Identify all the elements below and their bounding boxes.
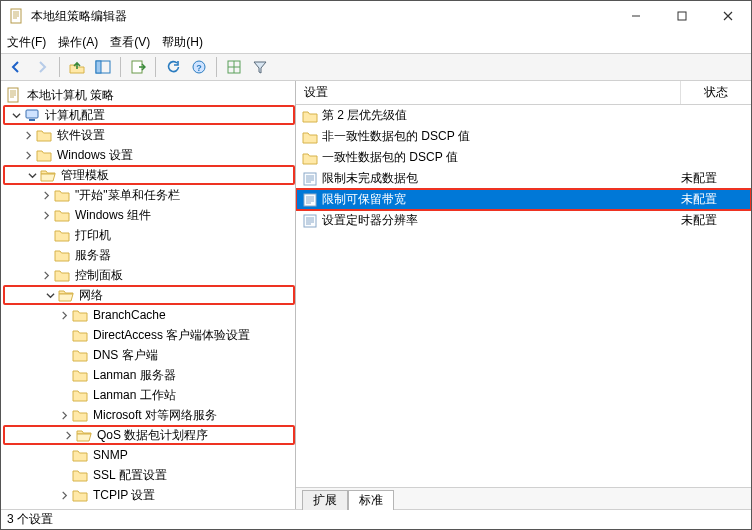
- app-icon: [9, 8, 25, 24]
- maximize-button[interactable]: [659, 1, 705, 31]
- tree-label: 计算机配置: [44, 107, 106, 124]
- tree-ms-p2p[interactable]: Microsoft 对等网络服务: [1, 405, 295, 425]
- doc-icon: [6, 87, 22, 103]
- maximize-icon: [677, 11, 687, 21]
- tree-label: BranchCache: [92, 308, 167, 322]
- menu-bar: 文件(F) 操作(A) 查看(V) 帮助(H): [1, 31, 751, 53]
- tree-qos[interactable]: QoS 数据包计划程序: [3, 425, 295, 445]
- folder-open-icon: [40, 167, 56, 183]
- chevron-right-icon: [60, 411, 69, 420]
- folder-icon: [302, 150, 318, 166]
- list-pane: 设置 状态 第 2 层优先级值非一致性数据包的 DSCP 值一致性数据包的 DS…: [296, 81, 751, 509]
- chevron-right-icon: [60, 491, 69, 500]
- menu-file[interactable]: 文件(F): [7, 34, 46, 51]
- expand-toggle[interactable]: [39, 188, 53, 202]
- list-item-state: 未配置: [681, 170, 751, 187]
- folder-icon: [302, 108, 318, 124]
- tree-lanman-server[interactable]: Lanman 服务器: [1, 365, 295, 385]
- settings-list[interactable]: 第 2 层优先级值非一致性数据包的 DSCP 值一致性数据包的 DSCP 值限制…: [296, 105, 751, 487]
- help-button[interactable]: [188, 56, 210, 78]
- tree-dns-client[interactable]: DNS 客户端: [1, 345, 295, 365]
- tree-control-panel[interactable]: 控制面板: [1, 265, 295, 285]
- tree-label: 打印机: [74, 227, 112, 244]
- back-button[interactable]: [5, 56, 27, 78]
- tree-label: SSL 配置设置: [92, 467, 168, 484]
- up-button[interactable]: [66, 56, 88, 78]
- folder-icon: [54, 227, 70, 243]
- list-item-state: 未配置: [681, 212, 751, 229]
- expand-toggle[interactable]: [39, 208, 53, 222]
- expand-toggle[interactable]: [39, 268, 53, 282]
- chevron-right-icon: [42, 191, 51, 200]
- folder-icon: [54, 187, 70, 203]
- tab-extended[interactable]: 扩展: [302, 490, 348, 510]
- status-bar: 3 个设置: [1, 509, 751, 529]
- forward-button[interactable]: [31, 56, 53, 78]
- list-row[interactable]: 第 2 层优先级值: [296, 105, 751, 126]
- tree-network[interactable]: 网络: [3, 285, 295, 305]
- tree-snmp[interactable]: SNMP: [1, 445, 295, 465]
- menu-action[interactable]: 操作(A): [58, 34, 98, 51]
- chevron-down-icon: [12, 111, 21, 120]
- arrow-right-icon: [34, 59, 50, 75]
- tree-printers[interactable]: 打印机: [1, 225, 295, 245]
- expand-toggle[interactable]: [21, 128, 35, 142]
- menu-view[interactable]: 查看(V): [110, 34, 150, 51]
- tree-branchcache[interactable]: BranchCache: [1, 305, 295, 325]
- title-bar[interactable]: 本地组策略编辑器: [1, 1, 751, 31]
- list-item-name: 一致性数据包的 DSCP 值: [322, 149, 681, 166]
- tree-software-settings[interactable]: 软件设置: [1, 125, 295, 145]
- minimize-button[interactable]: [613, 1, 659, 31]
- refresh-button[interactable]: [162, 56, 184, 78]
- list-row[interactable]: 非一致性数据包的 DSCP 值: [296, 126, 751, 147]
- close-button[interactable]: [705, 1, 751, 31]
- expand-toggle[interactable]: [57, 408, 71, 422]
- tree-computer-config[interactable]: 计算机配置: [3, 105, 295, 125]
- tree-label: TCPIP 设置: [92, 487, 156, 504]
- tree-windows-settings[interactable]: Windows 设置: [1, 145, 295, 165]
- tree-pane[interactable]: 本地计算机 策略 计算机配置: [1, 81, 296, 509]
- list-row[interactable]: 限制未完成数据包未配置: [296, 168, 751, 189]
- list-row[interactable]: 限制可保留带宽未配置: [296, 189, 751, 210]
- tree-start-taskbar[interactable]: "开始"菜单和任务栏: [1, 185, 295, 205]
- list-item-state: 未配置: [681, 191, 751, 208]
- show-pane-button[interactable]: [92, 56, 114, 78]
- expand-toggle[interactable]: [9, 108, 23, 122]
- tree-lanman-workstation[interactable]: Lanman 工作站: [1, 385, 295, 405]
- tab-standard[interactable]: 标准: [348, 490, 394, 510]
- expand-toggle[interactable]: [25, 168, 39, 182]
- window-title: 本地组策略编辑器: [31, 8, 613, 25]
- folder-up-icon: [69, 59, 85, 75]
- expand-toggle[interactable]: [21, 148, 35, 162]
- chevron-down-icon: [46, 291, 55, 300]
- all-settings-button[interactable]: [223, 56, 245, 78]
- list-row[interactable]: 一致性数据包的 DSCP 值: [296, 147, 751, 168]
- tree-windows-components[interactable]: Windows 组件: [1, 205, 295, 225]
- tree-root[interactable]: 本地计算机 策略: [1, 85, 295, 105]
- folder-icon: [36, 147, 52, 163]
- tree-admin-templates[interactable]: 管理模板: [3, 165, 295, 185]
- expand-toggle[interactable]: [61, 428, 75, 442]
- tree-label: Windows 组件: [74, 207, 152, 224]
- toolbar-separator: [59, 57, 60, 77]
- column-setting[interactable]: 设置: [296, 81, 681, 104]
- tree-servers[interactable]: 服务器: [1, 245, 295, 265]
- column-state[interactable]: 状态: [681, 81, 751, 104]
- expand-toggle[interactable]: [43, 288, 57, 302]
- menu-help[interactable]: 帮助(H): [162, 34, 203, 51]
- list-item-name: 限制可保留带宽: [322, 191, 681, 208]
- filter-button[interactable]: [249, 56, 271, 78]
- folder-open-icon: [76, 427, 92, 443]
- export-button[interactable]: [127, 56, 149, 78]
- tree-label: Windows 设置: [56, 147, 134, 164]
- column-headers: 设置 状态: [296, 81, 751, 105]
- tree-directaccess[interactable]: DirectAccess 客户端体验设置: [1, 325, 295, 345]
- tree-ssl-config[interactable]: SSL 配置设置: [1, 465, 295, 485]
- chevron-right-icon: [42, 271, 51, 280]
- expand-toggle[interactable]: [57, 488, 71, 502]
- pc-icon: [24, 107, 40, 123]
- tree-label: 服务器: [74, 247, 112, 264]
- expand-toggle[interactable]: [57, 308, 71, 322]
- list-row[interactable]: 设置定时器分辨率未配置: [296, 210, 751, 231]
- tree-tcpip[interactable]: TCPIP 设置: [1, 485, 295, 505]
